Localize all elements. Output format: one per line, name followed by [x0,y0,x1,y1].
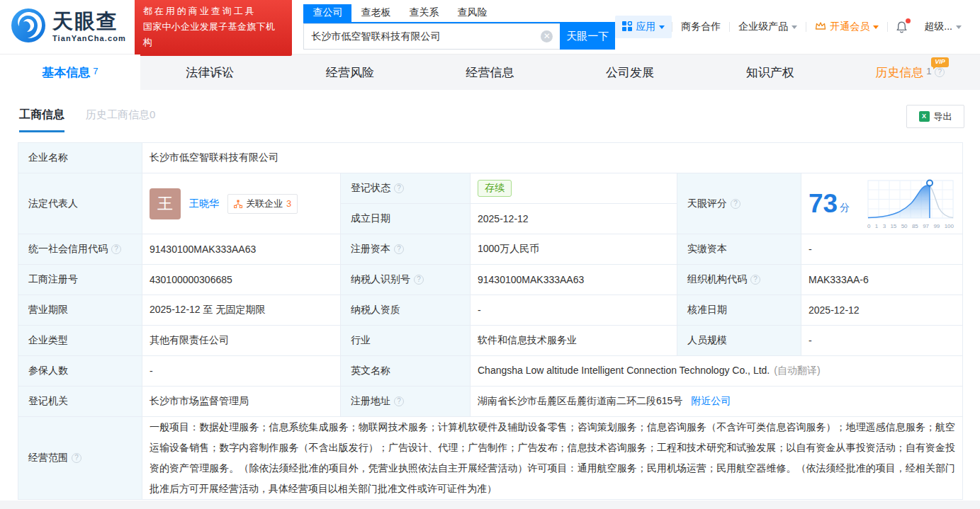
help-icon[interactable]: ? [750,275,760,285]
tick-label: 1 [875,224,878,229]
page-bottom-strip [0,501,980,509]
tab-intellectual-property[interactable]: 知识产权 [700,55,840,90]
apps-grid-icon [622,21,632,33]
auto-translate-note: (自动翻译) [774,365,820,376]
super-vip-menu[interactable]: 超级... [916,21,970,33]
enterprise-product-menu[interactable]: 企业级产品 [730,21,806,33]
tick-label: 15 [890,224,896,229]
search-tab-relation[interactable]: 查关系 [400,4,448,22]
related-companies-badge[interactable]: 关联企业 3 [227,194,298,214]
score-label: 天眼评分? [677,173,801,234]
tab-count: 1 [926,66,931,76]
taxpayer-quality-label: 纳税人资质 [341,295,471,326]
help-icon[interactable]: ? [731,199,740,209]
help-icon[interactable]: ? [111,244,121,254]
search-tabs: 查公司 查老板 查关系 查风险 [303,4,615,23]
credit-code-value: 91430100MAK333AA63 [142,234,341,265]
help-icon[interactable]: ? [72,453,81,463]
legal-rep-label: 法定代表人 [18,173,142,234]
tab-operation-risk[interactable]: 经营风险 [280,55,420,90]
org-network-icon [234,200,242,208]
search-button[interactable]: 天眼一下 [560,23,615,50]
promo-line1: 都在用的商业查询工具 [143,4,284,19]
tab-legal-proceedings[interactable]: 法律诉讼 [140,55,281,90]
address-value: 湖南省长沙市岳麓区岳麓街道南二环二段615号 附近公司 [471,387,963,417]
establish-date-value: 2025-12-12 [471,204,677,234]
notification-bell[interactable] [888,21,916,34]
company-type-label: 企业类型 [18,326,142,356]
nearby-companies-link[interactable]: 附近公司 [691,395,731,406]
tick-label: 99 [933,224,940,229]
credit-code-label: 统一社会信用代码? [18,234,142,265]
chevron-down-icon [873,25,879,29]
taxpayer-quality-value: - [471,295,677,326]
tab-basic-info[interactable]: 基本信息 7 [0,55,140,90]
company-name-label: 企业名称 [18,143,142,173]
staff-size-value: - [801,326,963,356]
business-term-label: 营业期限 [18,295,142,326]
paid-capital-label: 实缴资本 [677,234,801,265]
taxpayer-no-value: 91430100MAK333AA63 [471,265,677,295]
table-row: 法定代表人 王 王晓华 关联企业 3 登记状态? [18,173,963,204]
help-icon[interactable]: ? [394,183,404,193]
apps-menu[interactable]: 应用 [615,16,672,38]
tick-label: 3 [883,224,886,229]
open-vip-menu[interactable]: 开通会员 [806,21,887,33]
approved-date-label: 核准日期 [677,295,801,326]
business-info-table: 企业名称 长沙市低空智联科技有限公司 法定代表人 王 王晓华 关联企业 3 [18,142,963,500]
score-pin-icon [927,180,933,185]
subtab-history-business-info[interactable]: 历史工商信息0 [86,108,155,132]
tab-count: 7 [93,66,98,76]
business-scope-value: 一般项目：数据处理服务；信息系统集成服务；物联网技术服务；计算机软硬件及辅助设备… [142,417,963,500]
help-icon[interactable]: ? [394,244,404,254]
search-tab-company[interactable]: 查公司 [303,4,351,22]
open-vip-label: 开通会员 [830,21,869,33]
related-companies-count: 3 [286,198,291,209]
subtab-label: 历史工商信息 [86,108,150,120]
business-cooperation-label: 商务合作 [681,21,721,33]
tab-label: 法律诉讼 [186,64,234,81]
chevron-down-icon [956,25,962,29]
legal-rep-name-link[interactable]: 王晓华 [189,198,219,210]
logo-title: 天眼查 [52,11,126,32]
search-tab-boss[interactable]: 查老板 [351,4,400,22]
score-distribution-chart: 0131550859799100 [866,178,955,229]
tab-label: 历史信息 [875,64,923,81]
header-menu: 应用 商务合作 企业级产品 开通会员 [615,16,970,38]
subtab-count: 0 [150,108,155,120]
legal-rep-value: 王 王晓华 关联企业 3 [142,173,341,234]
table-row: 营业期限 2025-12-12 至 无固定期限 纳税人资质 - 核准日期 202… [18,295,963,326]
tab-company-development[interactable]: 公司发展 [560,55,700,90]
tick-label: 85 [912,224,918,229]
crown-icon [815,21,826,33]
super-vip-label: 超级... [924,21,952,33]
export-button[interactable]: X 导出 [906,105,964,128]
notification-dot [906,18,911,23]
company-name-value: 长沙市低空智联科技有限公司 [142,143,963,173]
tab-label: 基本信息 [42,64,90,81]
search-input[interactable] [303,23,560,50]
excel-icon: X [919,111,930,122]
search-tab-risk[interactable]: 查风险 [448,4,496,22]
score-unit: 分 [840,202,850,215]
business-cooperation-menu[interactable]: 商务合作 [672,21,729,33]
insured-num-label: 参保人数 [18,356,142,387]
reg-authority-label: 登记机关 [18,387,142,417]
subtab-business-info[interactable]: 工商信息 [19,108,64,132]
table-row: 企业类型 其他有限责任公司 行业 软件和信息技术服务业 人员规模 - [18,326,963,356]
business-term-value: 2025-12-12 至 无固定期限 [142,295,341,326]
reg-status-label: 登记状态? [341,173,471,204]
help-icon[interactable]: ? [414,275,424,285]
table-row: 登记机关 长沙市市场监督管理局 注册地址? 湖南省长沙市岳麓区岳麓街道南二环二段… [18,387,963,417]
paid-capital-value: - [801,234,963,265]
org-code-value: MAK333AA-6 [801,265,963,295]
reg-capital-label: 注册资本? [341,234,471,265]
tab-history-info[interactable]: VIP 历史信息 1 ? [840,55,980,90]
legal-rep-avatar[interactable]: 王 [150,188,181,219]
tianyancha-logo-icon [10,7,47,47]
company-type-value: 其他有限责任公司 [142,326,341,356]
help-icon[interactable]: ? [394,396,404,406]
tab-operation-info[interactable]: 经营信息 [420,55,561,90]
reg-capital-value: 1000万人民币 [471,234,677,265]
tianyancha-logo[interactable]: 天眼查 TianYanCha.com [10,7,126,47]
